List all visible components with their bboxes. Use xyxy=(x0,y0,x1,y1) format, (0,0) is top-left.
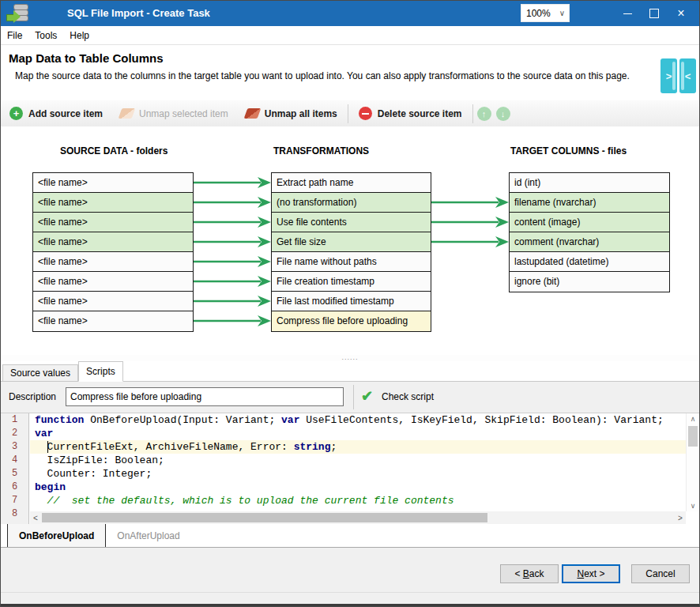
eraser-icon xyxy=(243,108,261,119)
tab-scripts[interactable]: Scripts xyxy=(78,361,123,382)
cancel-button[interactable]: Cancel xyxy=(631,564,690,583)
move-down-button[interactable]: ↓ xyxy=(496,107,510,121)
nav-back-button[interactable]: < xyxy=(679,58,696,93)
target-row[interactable]: comment (nvarchar) xyxy=(510,232,669,252)
source-column: <file name><file name><file name><file n… xyxy=(32,172,194,332)
transform-row[interactable]: File last modified timestamp xyxy=(272,292,431,311)
tab-source-values[interactable]: Source values xyxy=(2,364,78,381)
close-button[interactable]: × xyxy=(668,1,694,26)
code-line[interactable]: begin xyxy=(30,481,686,494)
menu-tools[interactable]: Tools xyxy=(28,30,63,41)
code-line[interactable]: function OnBeforeUpload(Input: Variant; … xyxy=(30,413,686,427)
source-row[interactable]: <file name> xyxy=(33,252,193,272)
tab-onbeforeupload[interactable]: OnBeforeUpload xyxy=(7,524,106,547)
wizard-footer: < Back Next > Cancel xyxy=(1,548,699,592)
move-up-button[interactable]: ↑ xyxy=(477,107,491,121)
minimize-icon xyxy=(623,13,632,14)
window-bottom-edge xyxy=(1,604,699,606)
code-line[interactable]: IsZipFile: Boolean; xyxy=(30,454,686,467)
transform-row[interactable]: Get file size xyxy=(272,232,431,252)
menu-bar: File Tools Help xyxy=(1,26,699,45)
resize-grip-icon[interactable] xyxy=(694,601,696,603)
chevron-right-icon: > xyxy=(666,70,672,82)
next-button[interactable]: Next > xyxy=(562,564,620,583)
add-icon: + xyxy=(9,107,23,120)
zoom-select[interactable]: 100% ∨ xyxy=(521,4,570,22)
target-row[interactable]: lastupdated (datetime) xyxy=(510,252,669,272)
transform-row[interactable]: File name without paths xyxy=(272,252,431,272)
editor-code-area[interactable]: function OnBeforeUpload(Input: Variant; … xyxy=(30,413,686,511)
scroll-up-icon[interactable]: ∧ xyxy=(687,413,699,424)
page-header: Map Data to Table Columns Map the source… xyxy=(1,45,699,101)
source-row[interactable]: <file name> xyxy=(33,311,193,331)
app-window: SQL File Import - Create Task 100% ∨ × F… xyxy=(0,0,700,607)
line-number: 8 xyxy=(1,507,28,521)
line-number: 4 xyxy=(1,454,28,467)
transform-row[interactable]: Compress file before uploading xyxy=(272,311,431,331)
zoom-value: 100% xyxy=(521,8,559,19)
code-line[interactable]: var xyxy=(30,427,686,440)
source-row[interactable]: <file name> xyxy=(33,232,193,252)
line-number: 5 xyxy=(1,467,28,481)
editor-vertical-scrollbar[interactable]: ∧ ∨ xyxy=(686,413,699,511)
scroll-down-icon[interactable]: ∨ xyxy=(687,500,699,511)
transform-row[interactable]: (no transformation) xyxy=(272,193,431,213)
unmap-selected-item-label: Unmap selected item xyxy=(139,108,228,119)
unmap-all-items-label: Unmap all items xyxy=(265,108,337,119)
menu-file[interactable]: File xyxy=(1,30,28,41)
chevron-down-icon: ∨ xyxy=(559,9,569,17)
menu-help[interactable]: Help xyxy=(63,30,96,41)
maximize-icon xyxy=(649,9,659,18)
function-tab-bar: OnBeforeUpload OnAfterUpload xyxy=(1,524,699,548)
chevron-left-icon: < xyxy=(685,70,691,82)
app-icon xyxy=(6,3,30,24)
editor-horizontal-scrollbar[interactable]: < > xyxy=(30,511,686,524)
horizontal-scroll-thumb[interactable] xyxy=(42,513,487,522)
transform-row[interactable]: File creation timestamp xyxy=(272,272,431,292)
source-row[interactable]: <file name> xyxy=(33,213,193,232)
unmap-selected-item-button[interactable]: Unmap selected item xyxy=(111,100,237,126)
target-row[interactable]: filename (nvarchar) xyxy=(510,193,669,213)
maximize-button[interactable] xyxy=(641,1,668,26)
page-title: Map Data to Table Columns xyxy=(9,51,164,65)
vertical-separator xyxy=(353,385,354,409)
source-row[interactable]: <file name> xyxy=(33,173,193,193)
check-icon: ✔ xyxy=(361,387,373,405)
splitter-handle[interactable]: ...... xyxy=(1,355,699,361)
title-bar: SQL File Import - Create Task 100% ∨ × xyxy=(1,1,699,26)
script-editor[interactable]: 12345678 function OnBeforeUpload(Input: … xyxy=(1,413,699,524)
back-button[interactable]: < Back xyxy=(500,564,559,583)
target-row[interactable]: content (image) xyxy=(510,213,669,232)
scroll-right-icon[interactable]: > xyxy=(675,514,686,522)
mapping-panel: SOURCE DATA - folders TRANSFORMATIONS TA… xyxy=(1,126,699,355)
toolbar-separator xyxy=(348,104,348,123)
description-input[interactable] xyxy=(66,387,344,406)
source-row[interactable]: <file name> xyxy=(33,272,193,292)
page-description: Map the source data to the columns in th… xyxy=(15,70,639,81)
nav-forward-button[interactable]: > xyxy=(660,58,677,93)
eraser-icon xyxy=(119,108,136,119)
code-line[interactable]: Counter: Integer; xyxy=(30,467,686,481)
target-column: id (int)filename (nvarchar)content (imag… xyxy=(509,172,670,292)
line-number: 3 xyxy=(1,440,28,454)
code-line[interactable]: CurrentFileExt, ArchiveFileName, Error: … xyxy=(30,440,686,454)
code-line[interactable]: // set the defaults, which is to upload … xyxy=(30,494,686,507)
minimize-button[interactable] xyxy=(614,1,641,26)
vertical-scroll-thumb[interactable] xyxy=(688,426,698,447)
transform-row[interactable]: Use file contents xyxy=(272,213,431,232)
scroll-left-icon[interactable]: < xyxy=(30,514,41,522)
tab-onafterupload[interactable]: OnAfterUpload xyxy=(106,524,190,547)
target-row[interactable]: ignore (bit) xyxy=(510,272,669,292)
target-row[interactable]: id (int) xyxy=(510,173,669,193)
source-row[interactable]: <file name> xyxy=(33,193,193,213)
delete-source-item-button[interactable]: Delete source item xyxy=(350,100,471,126)
check-script-button[interactable]: Check script xyxy=(382,391,434,402)
editor-gutter: 12345678 xyxy=(1,413,29,524)
source-row[interactable]: <file name> xyxy=(33,292,193,311)
bottom-tab-bar: Source values Scripts xyxy=(1,361,699,382)
unmap-all-items-button[interactable]: Unmap all items xyxy=(237,100,346,126)
toolbar-separator xyxy=(472,104,473,123)
add-source-item-button[interactable]: + Add source item xyxy=(1,100,111,126)
arrow-down-icon: ↓ xyxy=(501,109,506,119)
transform-row[interactable]: Extract path name xyxy=(272,173,431,193)
